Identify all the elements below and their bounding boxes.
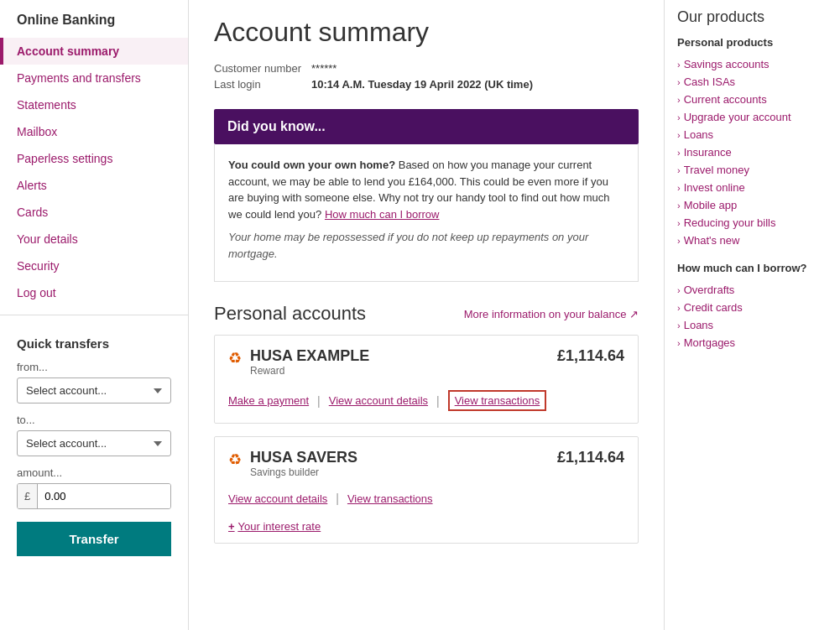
chevron-icon: ›: [677, 112, 681, 122]
product-cash-isas[interactable]: › Cash ISAs: [677, 73, 827, 91]
account-card-header-2: ♻ HUSA SAVERS Savings builder £1,114.64: [215, 437, 638, 483]
quick-transfers-title: Quick transfers: [17, 336, 171, 351]
view-account-details-link-1[interactable]: View account details: [329, 394, 428, 407]
to-account-select[interactable]: Select account...: [17, 430, 171, 456]
last-login-value: 10:14 A.M. Tuesday 19 April 2022 (UK tim…: [311, 76, 543, 92]
chevron-icon: ›: [677, 148, 681, 158]
chevron-icon: ›: [677, 303, 681, 313]
from-account-select[interactable]: Select account...: [17, 377, 171, 404]
account-card-left-2: ♻ HUSA SAVERS Savings builder: [228, 449, 357, 478]
sidebar-brand: Online Banking: [0, 0, 188, 38]
product-reducing-bills[interactable]: › Reducing your bills: [677, 214, 827, 232]
main-content: Account summary Customer number ****** L…: [189, 0, 664, 630]
customer-number-value: ******: [311, 60, 543, 76]
product-mortgages[interactable]: › Mortgages: [677, 334, 827, 351]
personal-accounts-title: Personal accounts: [214, 303, 366, 325]
view-transactions-link-2[interactable]: View transactions: [347, 492, 433, 505]
banner-body-text: You could own your own home? Based on ho…: [228, 157, 624, 222]
account-type-2: Savings builder: [250, 466, 357, 478]
did-you-know-banner: Did you know...: [214, 109, 639, 144]
sidebar: Online Banking Account summary Payments …: [0, 0, 189, 630]
account-balance-1: £1,114.64: [557, 347, 624, 365]
product-whats-new[interactable]: › What's new: [677, 232, 827, 249]
personal-products-title: Personal products: [677, 36, 827, 49]
action-sep-2: |: [436, 394, 440, 408]
chevron-icon: ›: [677, 130, 681, 140]
sidebar-item-alerts[interactable]: Alerts: [0, 172, 188, 199]
quick-transfers-panel: Quick transfers from... Select account..…: [0, 324, 188, 569]
banner-body: You could own your own home? Based on ho…: [214, 144, 639, 282]
to-label: to...: [17, 414, 171, 426]
sidebar-item-security[interactable]: Security: [0, 253, 188, 279]
action-sep-1: |: [317, 394, 321, 408]
interest-rate-link[interactable]: + Your interest rate: [215, 517, 638, 543]
chevron-icon: ›: [677, 200, 681, 211]
product-upgrade-account[interactable]: › Upgrade your account: [677, 108, 827, 126]
borrow-list: › Overdrafts › Credit cards › Loans › Mo…: [677, 281, 827, 351]
banner-heading: Did you know...: [227, 119, 625, 134]
banner-disclaimer: Your home may be repossessed if you do n…: [228, 229, 624, 262]
sidebar-item-cards[interactable]: Cards: [0, 199, 188, 226]
sidebar-item-payments-transfers[interactable]: Payments and transfers: [0, 65, 188, 91]
account-recycle-icon: ♻: [228, 349, 242, 367]
account-name-2: HUSA SAVERS: [250, 449, 357, 466]
product-mobile-app[interactable]: › Mobile app: [677, 196, 827, 214]
chevron-icon: ›: [677, 183, 681, 193]
products-sidebar-title: Our products: [677, 8, 827, 26]
account-balance-2: £1,114.64: [557, 449, 624, 466]
amount-input[interactable]: [38, 484, 170, 508]
sidebar-item-account-summary[interactable]: Account summary: [0, 38, 188, 65]
account-recycle-icon-2: ♻: [228, 450, 242, 469]
sidebar-nav: Account summary Payments and transfers S…: [0, 38, 188, 306]
plus-icon: +: [228, 520, 235, 533]
last-login-label: Last login: [214, 76, 311, 92]
account-info-2: HUSA SAVERS Savings builder: [250, 449, 357, 478]
view-transactions-link-1[interactable]: View transactions: [448, 390, 547, 411]
chevron-icon: ›: [677, 236, 681, 246]
account-card-actions-1: Make a payment | View account details | …: [215, 382, 638, 423]
product-travel-money[interactable]: › Travel money: [677, 161, 827, 179]
account-card-header-1: ♻ HUSA EXAMPLE Reward £1,114.64: [215, 336, 638, 382]
amount-label: amount...: [17, 466, 171, 479]
chevron-icon: ›: [677, 165, 681, 175]
borrow-section: How much can I borrow? › Overdrafts › Cr…: [677, 262, 827, 351]
chevron-icon: ›: [677, 95, 681, 105]
view-account-details-link-2[interactable]: View account details: [228, 492, 327, 505]
from-label: from...: [17, 361, 171, 373]
sidebar-item-log-out[interactable]: Log out: [0, 279, 188, 306]
chevron-icon: ›: [677, 285, 681, 295]
sidebar-item-mailbox[interactable]: Mailbox: [0, 118, 188, 145]
product-credit-cards[interactable]: › Credit cards: [677, 299, 827, 316]
account-card-husa-savers: ♻ HUSA SAVERS Savings builder £1,114.64 …: [214, 436, 639, 544]
page-title: Account summary: [214, 17, 639, 48]
sidebar-item-your-details[interactable]: Your details: [0, 226, 188, 253]
product-overdrafts[interactable]: › Overdrafts: [677, 281, 827, 299]
account-card-actions-2: View account details | View transactions: [215, 483, 638, 517]
product-loans[interactable]: › Loans: [677, 126, 827, 143]
product-loans-borrow[interactable]: › Loans: [677, 316, 827, 334]
account-card-husa-example: ♻ HUSA EXAMPLE Reward £1,114.64 Make a p…: [214, 335, 639, 424]
make-payment-link[interactable]: Make a payment: [228, 394, 309, 407]
sidebar-divider: [0, 315, 188, 315]
action-sep-3: |: [336, 492, 339, 505]
how-much-borrow-link[interactable]: How much can I borrow: [325, 208, 440, 221]
products-sidebar: Our products Personal products › Savings…: [664, 0, 840, 630]
product-current-accounts[interactable]: › Current accounts: [677, 91, 827, 108]
personal-products-list: › Savings accounts › Cash ISAs › Current…: [677, 55, 827, 249]
more-info-link[interactable]: More information on your balance ↗: [464, 308, 639, 320]
product-invest-online[interactable]: › Invest online: [677, 179, 827, 196]
personal-accounts-header: Personal accounts More information on yo…: [214, 303, 639, 325]
amount-input-wrap: £: [17, 483, 171, 509]
customer-number-label: Customer number: [214, 60, 311, 76]
product-savings-accounts[interactable]: › Savings accounts: [677, 55, 827, 73]
your-interest-rate-link[interactable]: Your interest rate: [238, 520, 321, 533]
sidebar-item-paperless-settings[interactable]: Paperless settings: [0, 145, 188, 172]
banner-bold-text: You could own your own home?: [228, 159, 395, 171]
product-insurance[interactable]: › Insurance: [677, 143, 827, 161]
sidebar-item-statements[interactable]: Statements: [0, 91, 188, 118]
chevron-icon: ›: [677, 218, 681, 228]
account-info-1: HUSA EXAMPLE Reward: [250, 347, 369, 377]
account-card-left-1: ♻ HUSA EXAMPLE Reward: [228, 347, 369, 377]
transfer-button[interactable]: Transfer: [17, 522, 171, 556]
chevron-icon: ›: [677, 77, 681, 87]
